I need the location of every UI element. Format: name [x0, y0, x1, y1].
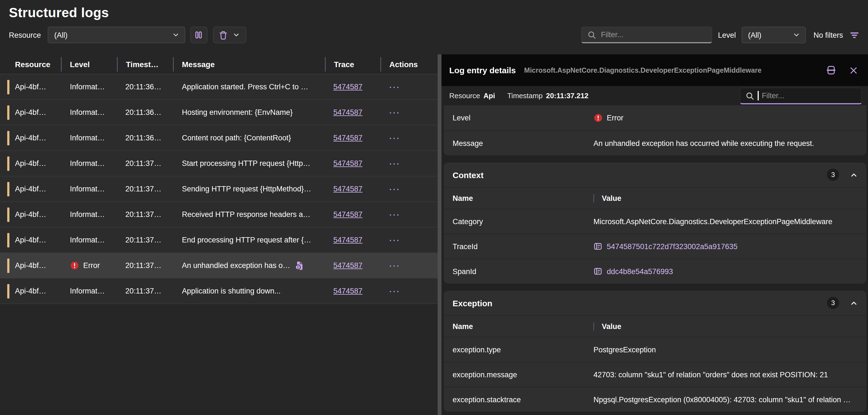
- search-icon: [745, 91, 754, 100]
- value-column-header: Value: [593, 322, 866, 330]
- pause-button[interactable]: [190, 27, 208, 43]
- name-value-header-row: NameValue: [444, 315, 866, 337]
- column-header-resource[interactable]: Resource: [0, 54, 61, 74]
- trace-link[interactable]: 5474587: [333, 134, 363, 142]
- log-row[interactable]: Api-4bf…Informat…20:11:37…Application is…: [0, 278, 438, 304]
- actions-cell: ···: [380, 228, 438, 253]
- level-filter-label: Level: [718, 31, 736, 39]
- trace-cell: 5474587: [325, 125, 380, 150]
- chevron-up-icon[interactable]: [850, 299, 858, 307]
- column-header-level[interactable]: Level: [61, 54, 117, 74]
- exception-document-icon[interactable]: [294, 261, 305, 270]
- split-orientation-button[interactable]: [824, 63, 838, 77]
- close-details-button[interactable]: [847, 63, 860, 77]
- log-row[interactable]: Api-4bf…Informat…20:11:37…Sending HTTP r…: [0, 176, 438, 202]
- property-row: SpanIdddc4b8e54a576993: [444, 259, 866, 284]
- exception-section-header[interactable]: Exception3: [444, 291, 866, 315]
- level-select[interactable]: (All): [741, 27, 806, 43]
- more-actions-button[interactable]: ···: [389, 82, 400, 91]
- timestamp-cell: 20:11:37…: [117, 228, 173, 253]
- log-row[interactable]: Api-4bf…Informat…20:11:37…Start processi…: [0, 151, 438, 176]
- column-header-message[interactable]: Message: [173, 54, 325, 74]
- more-actions-button[interactable]: ···: [389, 236, 400, 244]
- more-actions-button[interactable]: ···: [389, 184, 400, 194]
- log-row[interactable]: Api-4bf…Informat…20:11:36…Hosting enviro…: [0, 100, 438, 125]
- column-header-timest[interactable]: Timest…: [117, 54, 173, 74]
- trash-icon: [219, 30, 228, 40]
- level-cell: Informat…: [61, 278, 117, 303]
- level-cell: Error: [61, 253, 117, 278]
- property-value-link[interactable]: ddc4b8e54a576993: [593, 267, 866, 276]
- more-actions-button[interactable]: ···: [389, 287, 400, 295]
- trace-link[interactable]: 5474587: [333, 159, 363, 168]
- resource-color-bar: [7, 182, 9, 196]
- more-actions-button[interactable]: ···: [389, 261, 400, 270]
- trace-cell: 5474587: [325, 75, 380, 99]
- clear-logs-button[interactable]: [213, 27, 246, 43]
- property-value: An unhandled exception has occurred whil…: [593, 139, 866, 147]
- actions-cell: ···: [380, 75, 438, 99]
- more-actions-button[interactable]: ···: [389, 134, 400, 142]
- trace-cell: 5474587: [325, 278, 380, 303]
- log-row[interactable]: Api-4bf…Informat…20:11:36…Application st…: [0, 75, 438, 100]
- timestamp-cell: 20:11:37…: [117, 176, 173, 201]
- resource-cell: Api-4bf…: [0, 278, 61, 303]
- log-row[interactable]: Api-4bf…Error20:11:37…An unhandled excep…: [0, 253, 438, 278]
- resource-color-bar: [7, 233, 9, 247]
- details-title: Log entry details: [449, 65, 516, 75]
- page-header: Structured logs: [0, 0, 868, 22]
- resource-cell: Api-4bf…: [0, 100, 61, 125]
- error-icon: [593, 113, 603, 123]
- exception-section-card: Exception3NameValueexception.typePostgre…: [444, 291, 866, 412]
- trace-link[interactable]: 5474587: [333, 287, 363, 295]
- details-resource-value: Api: [483, 92, 495, 100]
- timestamp-cell: 20:11:36…: [117, 75, 173, 99]
- actions-cell: ···: [380, 151, 438, 176]
- more-actions-button[interactable]: ···: [389, 108, 400, 117]
- trace-link[interactable]: 5474587: [333, 83, 363, 91]
- message-cell: Hosting environment: {EnvName}: [173, 100, 325, 125]
- column-header-trace[interactable]: Trace: [325, 54, 380, 74]
- logs-filter-field[interactable]: [582, 27, 712, 43]
- filter-icon[interactable]: [850, 30, 859, 40]
- actions-cell: ···: [380, 202, 438, 227]
- level-cell: Informat…: [61, 125, 117, 150]
- property-name: exception.type: [444, 345, 593, 354]
- trace-link[interactable]: 5474587: [333, 185, 363, 193]
- chevron-down-icon: [232, 31, 241, 39]
- property-name: TraceId: [444, 242, 593, 250]
- column-header-actions[interactable]: Actions: [380, 54, 438, 74]
- resource-select[interactable]: (All): [48, 27, 185, 43]
- details-scroll-area: LevelErrorMessageAn unhandled exception …: [441, 106, 868, 415]
- trace-link[interactable]: 5474587: [333, 261, 363, 270]
- chevron-up-icon[interactable]: [850, 171, 858, 179]
- details-filter-field[interactable]: [740, 88, 862, 104]
- page-title: Structured logs: [9, 5, 859, 21]
- main-split: ResourceLevelTimest…MessageTraceActions …: [0, 54, 868, 415]
- property-value-link[interactable]: 5474587501c722d7f323002a5a917635: [593, 242, 866, 251]
- log-row[interactable]: Api-4bf…Informat…20:11:37…End processing…: [0, 228, 438, 253]
- log-row[interactable]: Api-4bf…Informat…20:11:37…Received HTTP …: [0, 202, 438, 228]
- trace-reference-icon: [593, 242, 602, 251]
- details-filter-input[interactable]: [762, 92, 856, 100]
- trace-link[interactable]: 5474587: [333, 108, 363, 117]
- details-header: Log entry details Microsoft.AspNetCore.D…: [441, 54, 868, 86]
- timestamp-cell: 20:11:37…: [117, 151, 173, 176]
- log-row[interactable]: Api-4bf…Informat…20:11:36…Content root p…: [0, 125, 438, 151]
- resource-color-bar: [7, 156, 9, 171]
- trace-link[interactable]: 5474587: [333, 210, 363, 218]
- panel-splitter[interactable]: [438, 54, 441, 415]
- more-actions-button[interactable]: ···: [389, 210, 400, 219]
- timestamp-cell: 20:11:36…: [117, 125, 173, 150]
- logs-filter-input[interactable]: [601, 31, 706, 39]
- top-toolbar: Resource (All) Level (All) No filters: [0, 22, 868, 49]
- message-cell: Content root path: {ContentRoot}: [173, 125, 325, 150]
- details-toolbar: Resource Api Timestamp 20:11:37.212: [441, 86, 868, 106]
- trace-cell: 5474587: [325, 151, 380, 176]
- trace-link[interactable]: 5474587: [333, 236, 363, 244]
- log-table-body: Api-4bf…Informat…20:11:36…Application st…: [0, 75, 438, 304]
- more-actions-button[interactable]: ···: [389, 159, 400, 168]
- property-value: Error: [593, 113, 866, 123]
- property-row: exception.message42703: column "sku1" of…: [444, 362, 866, 387]
- context-section-header[interactable]: Context3: [444, 162, 866, 187]
